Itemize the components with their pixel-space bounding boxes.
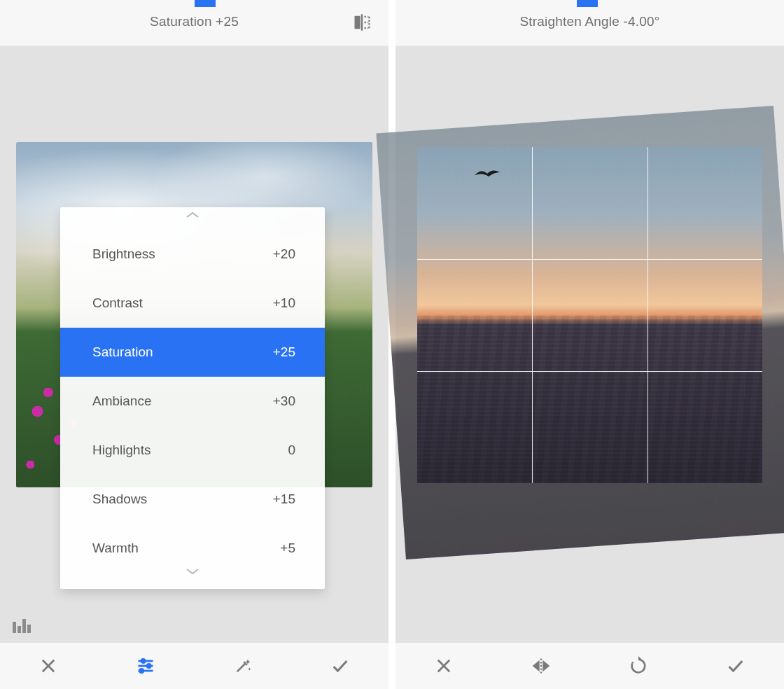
adjustment-value: +30 xyxy=(273,394,295,409)
svg-point-11 xyxy=(147,664,150,667)
adjustment-value: +5 xyxy=(280,541,295,556)
adjustment-row-warmth[interactable]: Warmth+5 xyxy=(60,524,325,573)
slider-indicator[interactable] xyxy=(195,0,216,7)
adjustment-label: Ambiance xyxy=(92,394,152,409)
adjustment-value: +25 xyxy=(273,344,295,360)
svg-rect-0 xyxy=(355,16,360,29)
adjustment-row-shadows[interactable]: Shadows+15 xyxy=(60,475,325,524)
adjustment-label: Brightness xyxy=(92,246,155,262)
straighten-title: Straighten Angle -4.00° xyxy=(396,14,784,29)
bird-silhouette xyxy=(473,168,501,179)
adjustment-label: Saturation xyxy=(92,344,153,360)
image-preview[interactable] xyxy=(412,140,768,525)
adjustment-row-ambiance[interactable]: Ambiance+30 xyxy=(60,377,325,426)
histogram-icon[interactable] xyxy=(13,618,31,633)
close-button[interactable] xyxy=(430,653,457,679)
confirm-button[interactable] xyxy=(722,653,749,679)
chevron-up-icon[interactable] xyxy=(60,210,325,230)
confirm-button[interactable] xyxy=(327,653,354,679)
adjustment-label: Shadows xyxy=(92,492,147,507)
adjustment-value: 0 xyxy=(288,443,295,458)
adjustments-menu[interactable]: Brightness+20Contrast+10Saturation+25Amb… xyxy=(60,207,325,589)
svg-point-9 xyxy=(141,659,145,662)
adjustment-label: Highlights xyxy=(92,443,150,458)
svg-marker-19 xyxy=(534,662,539,670)
adjustment-value: +20 xyxy=(273,246,295,262)
crop-frame[interactable] xyxy=(417,147,762,483)
adjustment-label: Contrast xyxy=(92,295,143,311)
adjustment-label: Warmth xyxy=(92,541,139,556)
adjustment-row-contrast[interactable]: Contrast+10 xyxy=(60,279,325,328)
flip-horizontal-button[interactable] xyxy=(528,653,554,679)
adjustment-row-saturation[interactable]: Saturation+25 xyxy=(60,328,325,377)
ocean-sunset-photo xyxy=(417,147,762,483)
auto-enhance-button[interactable] xyxy=(230,653,256,679)
adjustment-value: +15 xyxy=(273,492,295,507)
svg-point-13 xyxy=(140,669,144,672)
adjustment-row-highlights[interactable]: Highlights0 xyxy=(60,426,325,475)
tune-button[interactable] xyxy=(132,653,159,679)
svg-marker-20 xyxy=(544,662,549,670)
rotate-button[interactable] xyxy=(625,653,652,679)
slider-indicator[interactable] xyxy=(577,0,598,7)
compare-icon[interactable] xyxy=(352,13,372,32)
close-button[interactable] xyxy=(35,653,62,679)
straighten-panel: Straighten Angle -4.00° xyxy=(396,0,784,689)
svg-line-14 xyxy=(237,664,246,672)
adjustment-title: Saturation +25 xyxy=(0,14,388,29)
adjustment-row-brightness[interactable]: Brightness+20 xyxy=(60,230,325,279)
bottom-toolbar xyxy=(0,643,388,689)
tune-image-panel: Saturation +25 Brightness+20 xyxy=(0,0,388,689)
bottom-toolbar xyxy=(396,643,784,689)
chevron-down-icon[interactable] xyxy=(60,566,325,586)
adjustment-value: +10 xyxy=(273,295,295,311)
